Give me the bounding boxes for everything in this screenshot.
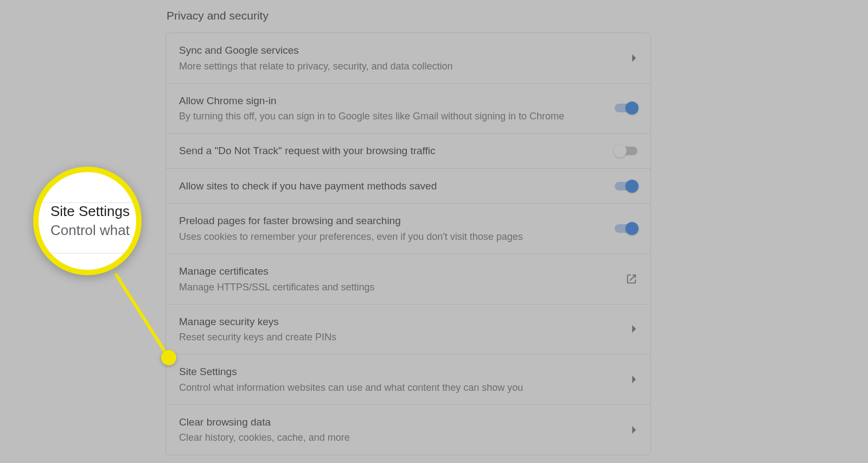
external-link-icon: [626, 273, 637, 285]
svg-line-0: [116, 275, 169, 358]
callout-pointer-dot: [161, 350, 176, 365]
row-text: Preload pages for faster browsing and se…: [179, 213, 615, 244]
toggle-allow-chrome-signin[interactable]: [615, 104, 637, 112]
row-site-settings[interactable]: Site Settings Control what information w…: [166, 354, 650, 405]
row-subtitle: By turning this off, you can sign in to …: [179, 109, 602, 123]
chevron-right-icon: [632, 325, 637, 333]
toggle-do-not-track[interactable]: [615, 147, 637, 155]
row-clear-browsing-data[interactable]: Clear browsing data Clear history, cooki…: [166, 405, 650, 455]
toggle-preload-pages[interactable]: [615, 224, 637, 233]
row-payment-methods: Allow sites to check if you have payment…: [166, 169, 650, 204]
row-title: Send a "Do Not Track" request with your …: [179, 143, 602, 158]
row-subtitle: Control what information websites can us…: [179, 380, 619, 395]
row-title: Sync and Google services: [179, 43, 619, 58]
row-subtitle: Manage HTTPS/SSL certificates and settin…: [179, 280, 612, 294]
row-title: Manage certificates: [179, 264, 612, 279]
toggle-payment-methods[interactable]: [615, 182, 637, 191]
row-title: Site Settings: [179, 364, 619, 379]
row-subtitle: More settings that relate to privacy, se…: [179, 59, 619, 73]
toggle-switch: [615, 147, 637, 155]
row-subtitle: Clear history, cookies, cache, and more: [179, 430, 619, 445]
row-text: Site Settings Control what information w…: [179, 364, 632, 395]
toggle-switch: [615, 224, 637, 233]
callout-magnifier: Site Settings Control what: [33, 167, 142, 275]
callout-title: Site Settings: [50, 203, 136, 220]
row-subtitle: Uses cookies to remember your preference…: [179, 230, 602, 244]
row-title: Allow sites to check if you have payment…: [179, 179, 602, 194]
chevron-right-icon: [632, 54, 637, 62]
row-text: Clear browsing data Clear history, cooki…: [179, 415, 632, 445]
toggle-switch: [615, 104, 637, 112]
callout-subtitle: Control what: [50, 222, 136, 239]
row-text: Manage certificates Manage HTTPS/SSL cer…: [179, 264, 626, 294]
chevron-right-icon: [632, 426, 637, 434]
row-preload-pages: Preload pages for faster browsing and se…: [166, 204, 650, 254]
row-title: Preload pages for faster browsing and se…: [179, 213, 602, 229]
privacy-card: Sync and Google services More settings t…: [165, 33, 651, 455]
section-title: Privacy and security: [167, 9, 269, 22]
toggle-switch: [615, 182, 637, 191]
row-sync-google-services[interactable]: Sync and Google services More settings t…: [166, 33, 650, 84]
settings-stage: Privacy and security Sync and Google ser…: [0, 0, 868, 463]
row-text: Send a "Do Not Track" request with your …: [179, 143, 615, 158]
row-text: Allow Chrome sign-in By turning this off…: [179, 93, 615, 124]
row-allow-chrome-signin: Allow Chrome sign-in By turning this off…: [166, 84, 650, 134]
row-text: Allow sites to check if you have payment…: [179, 179, 615, 194]
row-title: Manage security keys: [179, 314, 619, 329]
row-title: Allow Chrome sign-in: [179, 93, 602, 109]
chevron-right-icon: [632, 376, 637, 383]
row-manage-certificates[interactable]: Manage certificates Manage HTTPS/SSL cer…: [166, 254, 650, 305]
row-text: Sync and Google services More settings t…: [179, 43, 632, 73]
row-text: Manage security keys Reset security keys…: [179, 314, 632, 345]
row-do-not-track: Send a "Do Not Track" request with your …: [166, 134, 650, 169]
row-title: Clear browsing data: [179, 415, 619, 430]
row-subtitle: Reset security keys and create PINs: [179, 330, 619, 344]
row-manage-security-keys[interactable]: Manage security keys Reset security keys…: [166, 305, 650, 355]
